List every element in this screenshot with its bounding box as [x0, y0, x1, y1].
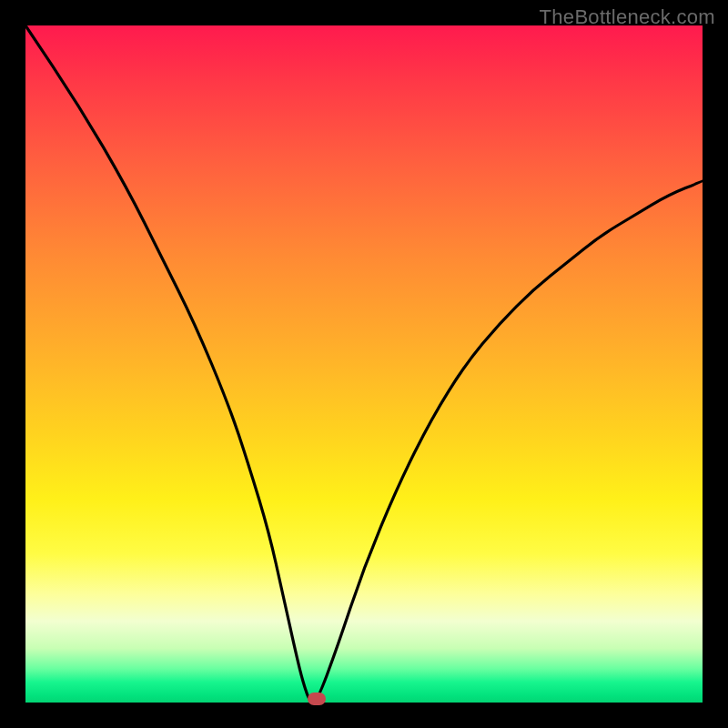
optimal-point-marker — [308, 693, 326, 705]
watermark-text: TheBottleneck.com — [540, 5, 715, 29]
chart-frame: TheBottleneck.com — [0, 0, 728, 728]
bottleneck-curve — [25, 25, 703, 703]
